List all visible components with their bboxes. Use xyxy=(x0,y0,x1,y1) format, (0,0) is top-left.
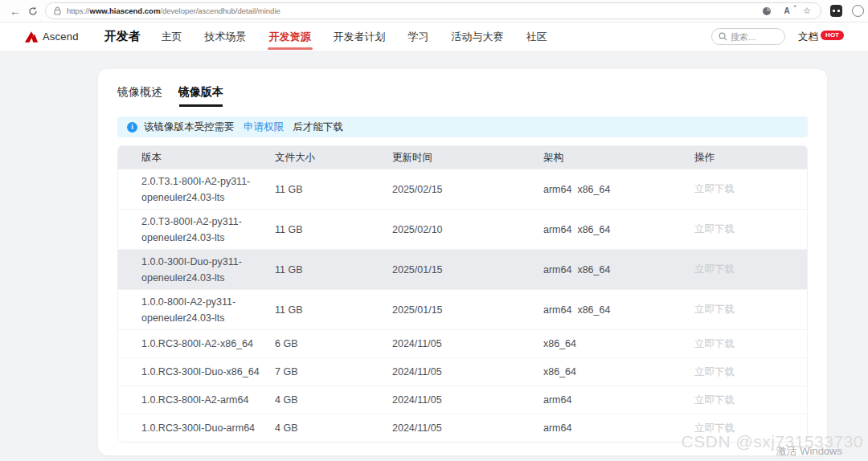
col-action: 操作 xyxy=(694,151,807,165)
nav-item-developer-program[interactable]: 开发者计划 xyxy=(334,22,386,51)
nav-item-home[interactable]: 主页 xyxy=(162,22,182,51)
permission-notice-banner: i 该镜像版本受控需要 申请权限 后才能下载 xyxy=(117,116,808,137)
version-cell: 1.0.RC3-800I-A2-x86_64 xyxy=(118,336,271,352)
notice-text-before: 该镜像版本受控需要 xyxy=(144,120,237,134)
version-cell: 1.0.RC3-300I-Duo-x86_64 xyxy=(118,364,271,380)
arch-cell: arm64 x86_64 xyxy=(543,224,694,235)
download-link[interactable]: 立即下载 xyxy=(694,338,735,349)
version-cell: 1.0.RC3-800I-A2-arm64 xyxy=(118,392,271,408)
profile-icon[interactable] xyxy=(852,5,864,17)
col-version: 版本 xyxy=(118,151,275,165)
notice-text-after: 后才能下载 xyxy=(290,120,343,134)
col-arch: 架构 xyxy=(543,151,694,165)
main-nav: 主页 技术场景 开发资源 开发者计划 学习 活动与大赛 社区 xyxy=(162,22,547,51)
nav-item-events-contests[interactable]: 活动与大赛 xyxy=(452,22,504,51)
favorite-star-icon[interactable]: ☆ xyxy=(801,6,813,17)
download-link[interactable]: 立即下载 xyxy=(694,422,735,434)
download-link[interactable]: 立即下载 xyxy=(694,304,735,315)
refresh-icon[interactable] xyxy=(24,2,42,20)
docs-label: 文档 xyxy=(798,31,818,43)
logo-text: Ascend xyxy=(43,31,79,43)
ascend-logo-icon xyxy=(24,31,39,43)
tab-image-versions[interactable]: 镜像版本 xyxy=(178,85,223,107)
updated-cell: 2024/11/05 xyxy=(392,422,543,434)
version-cell: 1.0.0-300I-Duo-py311-openeuler24.03-lts xyxy=(118,254,271,286)
size-cell: 4 GB xyxy=(275,394,392,406)
browser-toolbar: ← https://www.hiascend.com/developer/asc… xyxy=(0,0,868,22)
table-header-row: 版本 文件大小 更新时间 架构 操作 xyxy=(118,146,807,169)
hot-badge: HOT xyxy=(821,31,844,40)
ascend-logo[interactable]: Ascend xyxy=(24,31,79,43)
version-cell: 1.0.0-800I-A2-py311-openeuler24.03-lts xyxy=(118,294,271,326)
site-header: Ascend 开发者 主页 技术场景 开发资源 开发者计划 学习 活动与大赛 社… xyxy=(0,22,868,51)
nav-item-community[interactable]: 社区 xyxy=(526,22,547,51)
url-text: https://www.hiascend.com/developer/ascen… xyxy=(67,6,761,15)
version-cell: 2.0.T3-800I-A2-py311-openeuler24.03-lts xyxy=(118,214,271,246)
nav-item-dev-resources[interactable]: 开发资源 xyxy=(269,22,311,51)
search-icon xyxy=(719,32,727,41)
table-row-highlighted[interactable]: 1.0.0-300I-Duo-py311-openeuler24.03-lts … xyxy=(118,249,807,289)
download-link[interactable]: 立即下载 xyxy=(694,394,735,406)
arch-cell: arm64 x86_64 xyxy=(543,304,694,316)
download-link[interactable]: 立即下载 xyxy=(694,223,735,235)
updated-cell: 2024/11/05 xyxy=(392,338,543,349)
size-cell: 11 GB xyxy=(275,304,392,316)
back-icon[interactable]: ← xyxy=(6,2,24,20)
portal-title[interactable]: 开发者 xyxy=(104,29,141,44)
size-cell: 11 GB xyxy=(275,184,392,195)
updated-cell: 2025/01/15 xyxy=(392,264,543,275)
apply-permission-link[interactable]: 申请权限 xyxy=(244,120,284,134)
updated-cell: 2025/02/15 xyxy=(392,184,543,195)
table-row[interactable]: 1.0.0-800I-A2-py311-openeuler24.03-lts 1… xyxy=(118,289,807,329)
nav-item-learning[interactable]: 学习 xyxy=(408,22,429,51)
info-icon: i xyxy=(127,122,137,133)
download-link[interactable]: 立即下载 xyxy=(694,263,735,275)
table-row[interactable]: 1.0.RC3-800I-A2-arm64 4 GB 2024/11/05 ar… xyxy=(118,386,807,414)
search-box[interactable] xyxy=(711,28,785,45)
search-input[interactable] xyxy=(731,32,777,42)
read-aloud-icon[interactable]: A^ xyxy=(781,6,792,17)
download-link[interactable]: 立即下载 xyxy=(694,183,735,194)
image-detail-card: 镜像概述 镜像版本 i 该镜像版本受控需要 申请权限 后才能下载 版本 文件大小… xyxy=(98,69,827,455)
col-updated: 更新时间 xyxy=(392,151,543,165)
size-cell: 11 GB xyxy=(275,264,392,275)
size-cell: 6 GB xyxy=(275,338,392,349)
lock-icon xyxy=(54,6,61,15)
size-cell: 7 GB xyxy=(275,366,392,377)
arch-cell: x86_64 xyxy=(543,366,694,377)
address-bar[interactable]: https://www.hiascend.com/developer/ascen… xyxy=(45,2,821,19)
extension-icon[interactable] xyxy=(830,5,842,17)
updated-cell: 2024/11/05 xyxy=(392,366,543,377)
version-cell: 1.0.RC3-300I-Duo-arm64 xyxy=(118,420,271,436)
arch-cell: x86_64 xyxy=(543,338,694,349)
page-background: 镜像概述 镜像版本 i 该镜像版本受控需要 申请权限 后才能下载 版本 文件大小… xyxy=(0,51,868,461)
nav-item-tech-scenarios[interactable]: 技术场景 xyxy=(205,22,247,51)
table-row[interactable]: 2.0.T3-800I-A2-py311-openeuler24.03-lts … xyxy=(118,209,807,249)
tracking-prevention-icon[interactable] xyxy=(761,6,772,17)
versions-table: 版本 文件大小 更新时间 架构 操作 2.0.T3.1-800I-A2-py31… xyxy=(117,145,808,443)
size-cell: 4 GB xyxy=(275,422,392,434)
updated-cell: 2024/11/05 xyxy=(392,394,543,406)
updated-cell: 2025/02/10 xyxy=(392,224,543,235)
version-cell: 2.0.T3.1-800I-A2-py311-openeuler24.03-lt… xyxy=(118,173,271,206)
download-link[interactable]: 立即下载 xyxy=(694,366,735,377)
detail-tabs: 镜像概述 镜像版本 xyxy=(117,85,808,107)
tab-image-overview[interactable]: 镜像概述 xyxy=(117,85,162,107)
size-cell: 11 GB xyxy=(275,224,392,235)
table-row[interactable]: 1.0.RC3-300I-Duo-arm64 4 GB 2024/11/05 a… xyxy=(118,414,807,442)
docs-link[interactable]: 文档 HOT xyxy=(798,31,844,43)
arch-cell: arm64 x86_64 xyxy=(543,184,694,195)
table-row[interactable]: 2.0.T3.1-800I-A2-py311-openeuler24.03-lt… xyxy=(118,169,807,209)
col-size: 文件大小 xyxy=(275,151,392,165)
table-row[interactable]: 1.0.RC3-800I-A2-x86_64 6 GB 2024/11/05 x… xyxy=(118,329,807,357)
updated-cell: 2025/01/15 xyxy=(392,304,543,316)
table-row[interactable]: 1.0.RC3-300I-Duo-x86_64 7 GB 2024/11/05 … xyxy=(118,357,807,386)
arch-cell: arm64 xyxy=(543,422,694,434)
arch-cell: arm64 x86_64 xyxy=(543,264,694,275)
arch-cell: arm64 xyxy=(543,394,694,406)
